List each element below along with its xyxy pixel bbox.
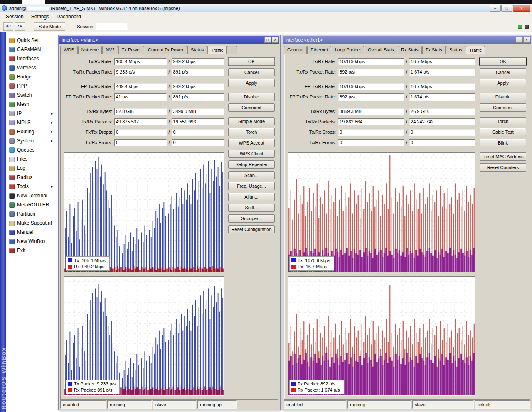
tx-rx-packet-rate-rx-input[interactable]: 891 p/s [172, 69, 224, 76]
fp-tx-rx-packet-rate-rx-input[interactable]: 891 p/s [172, 93, 224, 101]
freq-usage-button[interactable]: Freq. Usage... [228, 182, 275, 190]
app-titlebar[interactable]: admin@(Roseto_T-AP_S-MK) - WinBox v6.37.… [0, 4, 532, 12]
minimize-button[interactable]: – [490, 5, 501, 12]
tab-nstreme[interactable]: Nstreme [78, 46, 102, 54]
tx-rx-packets-tx-input[interactable]: 49 875 537 [114, 118, 167, 125]
sidebar-item-switch[interactable]: Switch [6, 91, 55, 100]
sidebar-item-bridge[interactable]: Bridge [6, 72, 55, 81]
torch-button[interactable]: Torch [480, 117, 526, 125]
tab-overall-stats[interactable]: Overall Stats [365, 46, 397, 54]
align-button[interactable]: Align... [228, 193, 275, 201]
sidebar-item-wireless[interactable]: Wireless [6, 63, 55, 72]
fp-tx-rx-packet-rate-tx-input[interactable]: 892 p/s [338, 93, 404, 101]
fp-tx-rx-rate-tx-input[interactable]: 449.4 kbps [114, 83, 167, 90]
fp-tx-rx-packet-rate-tx-input[interactable]: 41 p/s [114, 93, 167, 101]
tab-wds[interactable]: WDS [60, 46, 78, 54]
sidebar-item-system[interactable]: System▸ [6, 136, 55, 145]
comment-button[interactable]: Comment [480, 103, 526, 112]
sidebar-item-mpls[interactable]: MPLS▸ [6, 118, 55, 127]
fp-tx-rx-rate-rx-input[interactable]: 16.7 Mbps [409, 83, 475, 90]
menu-session[interactable]: Session [2, 13, 27, 20]
tx-rx-packets-tx-input[interactable]: 19 862 864 [338, 118, 404, 125]
maximize-button[interactable]: □ [501, 5, 512, 12]
close-button[interactable]: × [513, 5, 530, 12]
tab-traffic[interactable]: Traffic [466, 46, 485, 54]
tx-rx-packet-rate-tx-input[interactable]: 892 p/s [338, 69, 404, 76]
disable-button[interactable]: Disable [480, 93, 526, 101]
ether1-maximize-button[interactable]: □ [516, 37, 522, 43]
tx-rx-bytes-rx-input[interactable]: 26.9 GiB [409, 108, 475, 115]
cancel-button[interactable]: Cancel [228, 68, 275, 76]
menu-dashboard[interactable]: Dashboard [53, 13, 84, 20]
tx-rx-packets-rx-input[interactable]: 19 551 993 [172, 118, 224, 125]
tab-rx-stats[interactable]: Rx Stats [398, 46, 422, 54]
tx-rx-rate-tx-input[interactable]: 105.4 Mbps [114, 58, 167, 65]
wlan1-maximize-button[interactable]: □ [264, 37, 271, 43]
cancel-button[interactable]: Cancel [480, 68, 526, 76]
cable-test-button[interactable]: Cable Test [480, 128, 526, 136]
tab-current-tx-power[interactable]: Current Tx Power [145, 46, 187, 54]
scan-button[interactable]: Scan... [228, 171, 275, 179]
tx-rx-errors-rx-input[interactable]: 0 [172, 139, 224, 146]
sidebar-item-radius[interactable]: Radius [6, 173, 55, 182]
sidebar-item-interfaces[interactable]: Interfaces [6, 54, 55, 63]
tx-rx-packet-rate-rx-input[interactable]: 1 674 p/s [409, 69, 475, 76]
tab-status[interactable]: Status [187, 46, 207, 54]
blink-button[interactable]: Blink [480, 139, 526, 147]
reset-configuration-button[interactable]: Reset Configuration [228, 225, 275, 233]
fp-tx-rx-rate-tx-input[interactable]: 1070.9 kbps [338, 83, 404, 90]
apply-button[interactable]: Apply [228, 79, 275, 87]
tab-ethernet[interactable]: Ethernet [307, 46, 331, 54]
comment-button[interactable]: Comment [228, 103, 275, 112]
tx-rx-errors-tx-input[interactable]: 0 [114, 139, 167, 146]
sidebar-item-quick-set[interactable]: Quick Set [6, 36, 55, 45]
sidebar-item-metarouter[interactable]: MetaROUTER [6, 200, 55, 209]
tx-rx-drops-rx-input[interactable]: 0 [409, 129, 475, 136]
tab-general[interactable]: General [284, 46, 307, 54]
tx-rx-bytes-tx-input[interactable]: 52.8 GiB [114, 108, 167, 115]
tx-rx-errors-tx-input[interactable]: 0 [338, 139, 404, 146]
sidebar-item-ppp[interactable]: PPP [6, 81, 55, 91]
safe-mode-button[interactable]: Safe Mode [34, 22, 65, 31]
tab-tx-stats[interactable]: Tx Stats [422, 46, 446, 54]
fp-tx-rx-rate-rx-input[interactable]: 949.2 kbps [172, 83, 224, 90]
tx-rx-rate-rx-input[interactable]: 949.2 kbps [172, 58, 224, 65]
fp-tx-rx-packet-rate-rx-input[interactable]: 1 674 p/s [409, 93, 475, 101]
sidebar-item-routing[interactable]: Routing▸ [6, 127, 55, 136]
tx-rx-bytes-rx-input[interactable]: 3499.0 MiB [172, 108, 224, 115]
tx-rx-drops-tx-input[interactable]: 0 [338, 129, 404, 136]
tx-rx-errors-rx-input[interactable]: 0 [409, 139, 475, 146]
ok-button[interactable]: OK [228, 57, 275, 66]
sidebar-item-manual[interactable]: Manual [6, 228, 55, 237]
disable-button[interactable]: Disable [228, 93, 275, 101]
reset-mac-address-button[interactable]: Reset MAC Address [480, 152, 526, 161]
torch-button[interactable]: Torch [228, 128, 275, 136]
sidebar-item-new-terminal[interactable]: New Terminal [6, 191, 55, 200]
setup-repeater-button[interactable]: Setup Repeater [228, 160, 275, 169]
reset-counters-button[interactable]: Reset Counters [480, 163, 526, 172]
sidebar-item-make-supout-rif[interactable]: Make Supout.rif [6, 218, 55, 228]
session-input[interactable] [96, 23, 128, 30]
sidebar-item-ip[interactable]: IP▸ [6, 109, 55, 118]
tx-rx-packets-rx-input[interactable]: 24 242 742 [409, 118, 475, 125]
ether1-window-titlebar[interactable]: Interface <ether1> □ × [283, 36, 531, 44]
tx-rx-bytes-tx-input[interactable]: 3859.3 MiB [338, 108, 404, 115]
tab-traffic[interactable]: Traffic [207, 46, 227, 54]
tx-rx-drops-tx-input[interactable]: 0 [114, 129, 167, 136]
tx-rx-drops-rx-input[interactable]: 0 [172, 129, 224, 136]
sidebar-item-mesh[interactable]: Mesh [6, 100, 55, 109]
sidebar-item-queues[interactable]: Queues [6, 145, 55, 154]
ok-button[interactable]: OK [480, 57, 526, 66]
snooper-button[interactable]: Snooper... [228, 214, 275, 223]
wlan1-close-button[interactable]: × [272, 37, 278, 43]
undo-icon[interactable]: ↶ [3, 22, 13, 31]
sidebar-item-capsman[interactable]: CAPsMAN [6, 45, 55, 54]
tx-rx-packet-rate-tx-input[interactable]: 9 233 p/s [114, 69, 167, 76]
redo-icon[interactable]: ↷ [15, 22, 25, 31]
tab-loop-protect[interactable]: Loop Protect [332, 46, 364, 54]
sidebar-item-exit[interactable]: Exit [6, 246, 55, 255]
sidebar-item-files[interactable]: Files [6, 154, 55, 164]
sidebar-item-new-winbox[interactable]: New WinBox [6, 237, 55, 246]
tab-tx-power[interactable]: Tx Power [118, 46, 144, 54]
tx-rx-rate-rx-input[interactable]: 16.7 Mbps [409, 58, 475, 65]
